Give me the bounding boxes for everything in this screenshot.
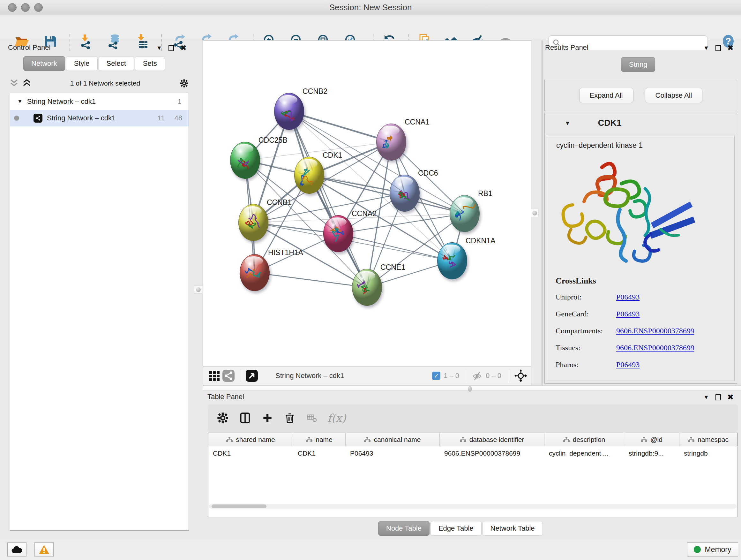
- string-network-badge-icon[interactable]: [221, 369, 235, 383]
- warning-status-button[interactable]: [35, 543, 54, 557]
- table-row[interactable]: CDK1CDK1P064939606.ENSP00000378699cyclin…: [208, 446, 738, 460]
- collapse-all-icon[interactable]: [10, 79, 18, 88]
- protein-thumbnail: [357, 277, 378, 298]
- network-status-dot: [14, 116, 19, 121]
- network-node-CCNA2[interactable]: [323, 215, 353, 252]
- table-cell[interactable]: stringdb:9...: [624, 446, 679, 460]
- column-header-canonical-name[interactable]: canonical name: [346, 433, 440, 446]
- table-cell[interactable]: CDK1: [208, 446, 293, 460]
- crosslink-row: Compartments:9606.ENSP00000378699: [556, 327, 734, 335]
- float-panel-icon[interactable]: ▼: [703, 45, 709, 51]
- float-panel-icon[interactable]: ▼: [703, 394, 709, 401]
- import-table-file-button[interactable]: [133, 33, 150, 50]
- protein-structure-image: [553, 152, 703, 270]
- maximize-panel-icon[interactable]: [169, 45, 174, 51]
- crosslink-link[interactable]: 9606.ENSP00000378699: [616, 344, 694, 352]
- network-node-HIST1H1A[interactable]: [240, 254, 270, 291]
- import-network-database-button[interactable]: [105, 33, 122, 50]
- cloud-status-button[interactable]: [7, 543, 26, 557]
- tab-network[interactable]: Network: [23, 56, 65, 71]
- close-panel-icon[interactable]: ✖: [180, 44, 187, 52]
- tab-network-table[interactable]: Network Table: [482, 521, 543, 536]
- column-header-description[interactable]: description: [544, 433, 624, 446]
- table-header-row: shared namenamecanonical namedatabase id…: [208, 433, 738, 446]
- tab-node-table[interactable]: Node Table: [378, 521, 429, 536]
- left-splitter[interactable]: [195, 40, 203, 385]
- column-header-name[interactable]: name: [293, 433, 346, 446]
- crosslink-link[interactable]: P06493: [616, 310, 639, 318]
- network-node-CDK1[interactable]: [294, 157, 324, 194]
- horizontal-scrollbar[interactable]: [209, 504, 737, 509]
- network-collection-row[interactable]: ▼ String Network – cdk1 1: [10, 93, 189, 110]
- gene-section-header[interactable]: ▼ CDK1: [545, 113, 737, 133]
- close-panel-icon[interactable]: ✖: [727, 393, 734, 401]
- import-network-file-button[interactable]: [77, 33, 94, 50]
- table-cell[interactable]: stringdb: [679, 446, 738, 460]
- column-header-shared-name[interactable]: shared name: [208, 433, 293, 446]
- crosslink-label: Uniprot:: [556, 293, 616, 301]
- fit-selected-crosshair-icon[interactable]: [514, 369, 528, 383]
- network-view-canvas[interactable]: CCNB2CCNA1CDC25BCDK1CDC6RB1CCNB1CCNA2CDK…: [203, 40, 531, 366]
- expand-all-button[interactable]: Expand All: [579, 88, 633, 103]
- node-table[interactable]: shared namenamecanonical namedatabase id…: [208, 433, 738, 517]
- network-selection-status: 1 of 1 Network selected: [31, 79, 179, 87]
- table-cell[interactable]: 9606.ENSP00000378699: [440, 446, 544, 460]
- crosslink-label: GeneCard:: [556, 310, 616, 318]
- crosslink-link[interactable]: P06493: [616, 361, 639, 369]
- right-splitter[interactable]: [532, 40, 542, 385]
- table-cell[interactable]: P06493: [346, 446, 440, 460]
- collection-label: String Network – cdk1: [27, 98, 178, 106]
- add-column-icon[interactable]: [260, 411, 274, 425]
- grid-view-icon[interactable]: [207, 369, 221, 383]
- table-options-gear-icon[interactable]: [216, 411, 230, 425]
- table-cell[interactable]: CDK1: [293, 446, 346, 460]
- control-panel-tabs: NetworkStyleSelectSets: [23, 56, 166, 71]
- network-options-gear-icon[interactable]: [179, 78, 189, 88]
- close-panel-icon[interactable]: ✖: [727, 44, 734, 52]
- scrollbar-thumb[interactable]: [212, 504, 266, 508]
- collapse-all-button[interactable]: Collapse All: [645, 88, 703, 103]
- show-columns-icon[interactable]: [238, 411, 252, 425]
- column-header-namespac[interactable]: namespac: [679, 433, 738, 446]
- collection-expander-icon[interactable]: ▼: [17, 98, 23, 105]
- network-node-CDC6[interactable]: [390, 175, 420, 212]
- protein-thumbnail: [279, 102, 300, 122]
- crosslink-link[interactable]: 9606.ENSP00000378699: [616, 327, 694, 335]
- expand-all-icon[interactable]: [23, 79, 31, 88]
- toolbar-divider: [70, 34, 70, 51]
- main-toolbar: ?: [0, 16, 741, 40]
- left-splitter-grip[interactable]: [194, 286, 202, 294]
- table-cell[interactable]: cyclin–dependent ...: [544, 446, 624, 460]
- network-node-CCNA1[interactable]: [376, 124, 406, 161]
- column-header-@id[interactable]: @id: [624, 433, 679, 446]
- tab-sets[interactable]: Sets: [135, 56, 165, 71]
- maximize-panel-icon[interactable]: [716, 45, 721, 51]
- delete-column-trash-icon[interactable]: [283, 411, 297, 425]
- gene-description: cyclin–dependent kinase 1: [556, 141, 734, 150]
- tab-style[interactable]: Style: [66, 56, 98, 71]
- column-header-database-identifier[interactable]: database identifier: [440, 433, 544, 446]
- tab-edge-table[interactable]: Edge Table: [430, 521, 482, 536]
- horizontal-splitter-grip[interactable]: [468, 386, 472, 392]
- memory-button[interactable]: Memory: [687, 543, 738, 557]
- network-node-CDKN1A[interactable]: [437, 242, 467, 279]
- section-expander-icon[interactable]: ▼: [564, 120, 570, 127]
- string-app-icon: [33, 114, 43, 123]
- crosslink-link[interactable]: P06493: [616, 293, 639, 301]
- network-node-RB1[interactable]: [450, 195, 480, 232]
- network-row-selected[interactable]: String Network – cdk1 11 48: [10, 110, 189, 126]
- network-node-CCNB1[interactable]: [239, 204, 268, 241]
- maximize-panel-icon[interactable]: [716, 394, 721, 400]
- network-node-CCNE1[interactable]: [352, 269, 382, 306]
- selected-checkbox-icon[interactable]: ✓: [432, 372, 441, 380]
- network-node-CCNB2[interactable]: [274, 93, 304, 130]
- netbar-divider: [509, 369, 509, 382]
- network-node-CDC25B[interactable]: [230, 142, 260, 179]
- right-splitter-grip[interactable]: [530, 209, 539, 217]
- tab-select[interactable]: Select: [98, 56, 134, 71]
- birdseye-view-icon[interactable]: [245, 369, 259, 383]
- float-panel-icon[interactable]: ▼: [156, 45, 162, 51]
- crosslink-row: GeneCard:P06493: [556, 310, 734, 318]
- tab-string[interactable]: String: [621, 57, 655, 72]
- network-node-label: CCNB1: [267, 198, 292, 207]
